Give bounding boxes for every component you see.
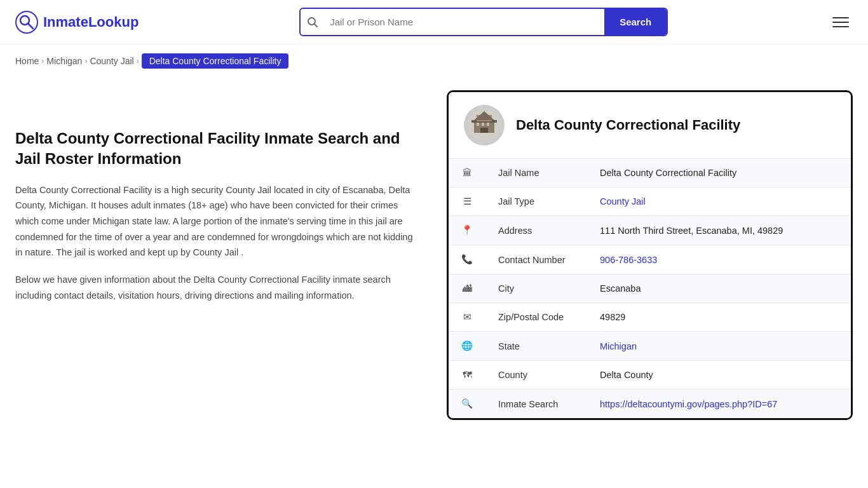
- svg-rect-11: [482, 123, 484, 126]
- row-icon: 🏙: [449, 274, 485, 303]
- left-column: Delta County Correctional Facility Inmat…: [15, 90, 421, 420]
- page-description-2: Below we have given information about th…: [15, 272, 421, 303]
- table-row: ☰Jail TypeCounty Jail: [449, 187, 851, 216]
- search-input[interactable]: [325, 10, 604, 34]
- search-button[interactable]: Search: [604, 9, 667, 35]
- row-value[interactable]: Michigan: [587, 332, 851, 361]
- table-row: 🌐StateMichigan: [449, 332, 851, 361]
- row-label: City: [485, 274, 587, 303]
- card-header: Delta County Correctional Facility: [449, 92, 851, 159]
- logo-area[interactable]: InmateLookup: [15, 11, 139, 34]
- row-value: 49829: [587, 303, 851, 332]
- main-content: Delta County Correctional Facility Inmat…: [0, 78, 868, 445]
- row-value[interactable]: 906-786-3633: [587, 245, 851, 274]
- info-table: 🏛Jail NameDelta County Correctional Faci…: [449, 159, 851, 418]
- svg-rect-12: [487, 123, 489, 126]
- row-icon: 🌐: [449, 332, 485, 361]
- breadcrumb-michigan[interactable]: Michigan: [46, 56, 82, 66]
- row-label: Inmate Search: [485, 390, 587, 419]
- table-row: 🔍Inmate Searchhttps://deltacountymi.gov/…: [449, 390, 851, 419]
- chevron-icon: ›: [41, 57, 44, 65]
- row-value[interactable]: County Jail: [587, 187, 851, 216]
- logo-icon: [15, 11, 38, 34]
- row-link[interactable]: Michigan: [600, 341, 637, 351]
- row-label: Jail Type: [485, 187, 587, 216]
- table-row: 📞Contact Number906-786-3633: [449, 245, 851, 274]
- row-label: County: [485, 361, 587, 390]
- table-row: 📍Address111 North Third Street, Escanaba…: [449, 216, 851, 245]
- row-icon: 🏛: [449, 159, 485, 187]
- row-value: 111 North Third Street, Escanaba, MI, 49…: [587, 216, 851, 245]
- row-value: Delta County Correctional Facility: [587, 159, 851, 187]
- chevron-icon: ›: [137, 57, 139, 65]
- search-wrapper: Search: [299, 8, 668, 36]
- row-value: Escanaba: [587, 274, 851, 303]
- search-icon: [301, 17, 325, 28]
- table-row: ✉Zip/Postal Code49829: [449, 303, 851, 332]
- row-value[interactable]: https://deltacountymi.gov/pages.php?ID=6…: [587, 390, 851, 419]
- site-header: InmateLookup Search: [0, 0, 868, 44]
- facility-name-header: Delta County Correctional Facility: [516, 117, 740, 133]
- row-label: State: [485, 332, 587, 361]
- row-icon: 🔍: [449, 390, 485, 419]
- row-link[interactable]: County Jail: [600, 196, 646, 207]
- row-label: Jail Name: [485, 159, 587, 187]
- breadcrumb: Home › Michigan › County Jail › Delta Co…: [0, 44, 868, 78]
- svg-point-0: [16, 11, 37, 33]
- row-icon: 🗺: [449, 361, 485, 390]
- breadcrumb-current: Delta County Correctional Facility: [142, 53, 289, 69]
- page-title: Delta County Correctional Facility Inmat…: [15, 128, 421, 170]
- right-column: Delta County Correctional Facility 🏛Jail…: [447, 90, 853, 420]
- search-area: Search: [299, 8, 668, 36]
- svg-line-4: [315, 24, 318, 27]
- svg-rect-7: [480, 128, 488, 133]
- table-row: 🗺CountyDelta County: [449, 361, 851, 390]
- hamburger-menu[interactable]: [829, 13, 853, 31]
- row-icon: 📞: [449, 245, 485, 274]
- facility-avatar: [464, 105, 505, 146]
- info-card: Delta County Correctional Facility 🏛Jail…: [447, 90, 853, 420]
- row-icon: ✉: [449, 303, 485, 332]
- row-link[interactable]: 906-786-3633: [600, 255, 657, 265]
- table-row: 🏙CityEscanaba: [449, 274, 851, 303]
- row-label: Address: [485, 216, 587, 245]
- row-icon: 📍: [449, 216, 485, 245]
- row-label: Contact Number: [485, 245, 587, 274]
- logo-text: InmateLookup: [43, 14, 139, 30]
- chevron-icon: ›: [85, 57, 87, 65]
- row-label: Zip/Postal Code: [485, 303, 587, 332]
- breadcrumb-county-jail[interactable]: County Jail: [90, 56, 133, 66]
- row-value: Delta County: [587, 361, 851, 390]
- svg-rect-13: [477, 123, 479, 126]
- row-link[interactable]: https://deltacountymi.gov/pages.php?ID=6…: [600, 399, 777, 409]
- breadcrumb-home[interactable]: Home: [15, 56, 39, 66]
- table-row: 🏛Jail NameDelta County Correctional Faci…: [449, 159, 851, 187]
- page-description-1: Delta County Correctional Facility is a …: [15, 182, 421, 261]
- row-icon: ☰: [449, 187, 485, 216]
